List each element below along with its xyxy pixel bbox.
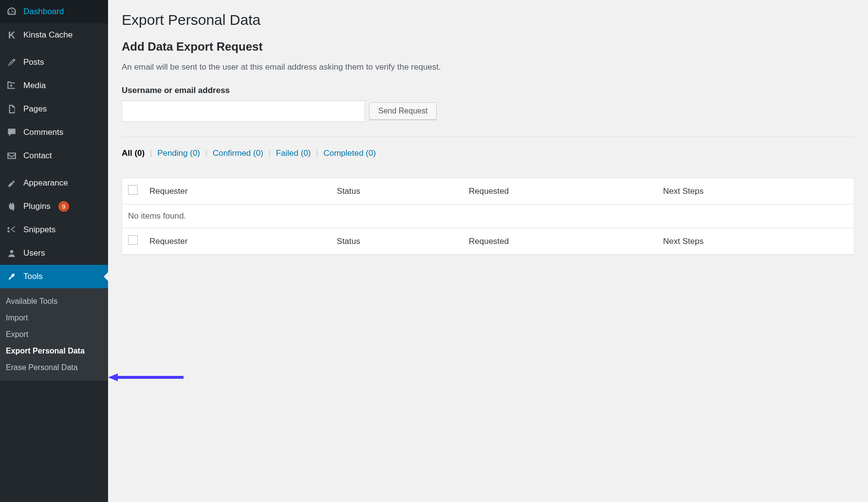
appearance-icon [6,177,18,189]
menu-label: Users [23,248,45,258]
plugins-icon [6,201,18,212]
select-all-header [122,178,144,205]
menu-label: Posts [23,57,44,67]
dashboard-icon [6,6,18,18]
comments-icon [6,127,18,138]
menu-label: Contact [23,151,52,161]
menu-media[interactable]: Media [0,74,108,97]
filter-separator: | [269,149,271,158]
status-filters: All (0) | Pending (0) | Confirmed (0) | … [122,149,854,158]
menu-label: Plugins [23,202,51,211]
annotation-arrow-icon [108,372,186,382]
app-layout: Dashboard K Kinsta Cache Posts Media Pag… [0,0,868,502]
column-status: Status [331,178,463,205]
menu-contact[interactable]: Contact [0,144,108,167]
menu-label: Comments [23,128,63,137]
menu-label: Snippets [23,225,55,235]
menu-snippets[interactable]: Snippets [0,218,108,242]
menu-users[interactable]: Users [0,242,108,265]
users-icon [6,247,18,259]
divider [122,136,854,137]
pages-icon [6,103,18,115]
menu-tools[interactable]: Tools [0,265,108,288]
page-title: Export Personal Data [122,12,854,28]
column-next-steps-footer: Next Steps [657,228,854,255]
filter-confirmed[interactable]: Confirmed (0) [213,149,263,158]
username-email-label: Username or email address [122,86,854,95]
contact-icon [6,150,18,162]
media-icon [6,80,18,92]
filter-pending[interactable]: Pending (0) [157,149,200,158]
username-email-input[interactable] [122,100,365,122]
submenu-export-personal-data[interactable]: Export Personal Data [0,343,108,359]
requests-table: Requester Status Requested Next Steps No… [122,178,854,255]
menu-separator [0,47,108,51]
select-all-footer [122,228,144,255]
table-footer-row: Requester Status Requested Next Steps [122,228,854,255]
tools-icon [6,271,18,282]
filter-separator: | [205,149,207,158]
page-subtitle: Add Data Export Request [122,40,854,54]
menu-posts[interactable]: Posts [0,51,108,74]
kinsta-icon: K [6,29,18,41]
column-status-footer: Status [331,228,463,255]
submenu-export[interactable]: Export [0,326,108,343]
column-requested[interactable]: Requested [463,178,657,205]
menu-pages[interactable]: Pages [0,97,108,121]
select-all-checkbox-footer[interactable] [128,235,138,245]
menu-plugins[interactable]: Plugins 9 [0,195,108,218]
table-empty-row: No items found. [122,205,854,228]
plugins-update-badge: 9 [58,201,69,212]
filter-separator: | [316,149,318,158]
menu-label: Pages [23,104,47,114]
filter-completed[interactable]: Completed (0) [323,149,376,158]
request-form: Send Request [122,100,854,122]
menu-label: Kinsta Cache [23,30,73,40]
column-requested-footer[interactable]: Requested [463,228,657,255]
menu-label: Tools [23,272,43,281]
menu-label: Dashboard [23,7,64,17]
table-header-row: Requester Status Requested Next Steps [122,178,854,205]
menu-label: Media [23,81,46,91]
column-requester[interactable]: Requester [144,178,331,205]
svg-marker-1 [108,373,118,381]
page-description: An email will be sent to the user at thi… [122,62,854,72]
column-next-steps: Next Steps [657,178,854,205]
menu-label: Appearance [23,178,68,188]
menu-separator [0,167,108,171]
submenu-available-tools[interactable]: Available Tools [0,293,108,310]
main-content: Export Personal Data Add Data Export Req… [108,0,868,502]
column-requester-footer[interactable]: Requester [144,228,331,255]
posts-icon [6,56,18,68]
send-request-button[interactable]: Send Request [369,102,437,120]
menu-appearance[interactable]: Appearance [0,171,108,195]
filter-separator: | [150,149,152,158]
admin-sidebar: Dashboard K Kinsta Cache Posts Media Pag… [0,0,108,502]
menu-dashboard[interactable]: Dashboard [0,0,108,23]
filter-all[interactable]: All (0) [122,149,145,158]
menu-kinsta-cache[interactable]: K Kinsta Cache [0,23,108,47]
filter-failed[interactable]: Failed (0) [276,149,311,158]
menu-comments[interactable]: Comments [0,121,108,144]
submenu-import[interactable]: Import [0,310,108,326]
select-all-checkbox[interactable] [128,185,138,195]
no-items-message: No items found. [122,205,854,228]
submenu-erase-personal-data[interactable]: Erase Personal Data [0,359,108,376]
tools-submenu: Available Tools Import Export Export Per… [0,288,108,381]
snippets-icon [6,224,18,236]
